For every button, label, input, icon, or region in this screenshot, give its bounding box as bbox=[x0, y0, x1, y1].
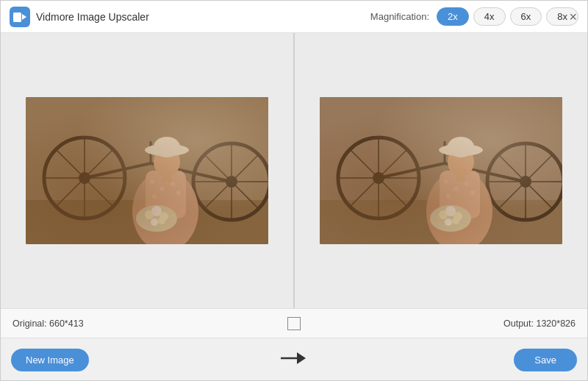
svg-rect-3 bbox=[26, 97, 268, 244]
svg-point-28 bbox=[154, 137, 180, 157]
svg-rect-35 bbox=[26, 97, 268, 244]
svg-point-57 bbox=[470, 190, 475, 195]
svg-point-22 bbox=[152, 194, 157, 199]
svg-line-50 bbox=[498, 154, 553, 209]
svg-point-30 bbox=[145, 210, 154, 219]
svg-point-20 bbox=[150, 179, 154, 184]
new-image-button[interactable]: New Image bbox=[11, 349, 89, 371]
original-image-panel bbox=[1, 33, 293, 308]
svg-line-44 bbox=[350, 149, 407, 207]
svg-rect-4 bbox=[26, 97, 268, 244]
main-content bbox=[1, 33, 587, 308]
svg-point-54 bbox=[453, 187, 458, 191]
svg-point-65 bbox=[453, 212, 462, 221]
svg-point-46 bbox=[520, 176, 531, 188]
svg-point-40 bbox=[373, 172, 384, 184]
output-image bbox=[320, 97, 562, 244]
svg-point-23 bbox=[171, 182, 175, 186]
svg-point-60 bbox=[439, 144, 483, 156]
svg-line-11 bbox=[56, 149, 113, 207]
svg-point-39 bbox=[338, 138, 419, 218]
svg-point-34 bbox=[158, 217, 165, 224]
svg-point-25 bbox=[154, 147, 180, 177]
svg-point-62 bbox=[430, 205, 471, 232]
svg-point-7 bbox=[79, 172, 90, 184]
svg-point-27 bbox=[145, 144, 189, 156]
magnification-label: Magnification: bbox=[370, 11, 429, 22]
svg-rect-1 bbox=[13, 13, 21, 22]
svg-rect-59 bbox=[456, 171, 465, 182]
app-title: Vidmore Image Upscaler bbox=[36, 11, 149, 23]
app-logo-icon bbox=[10, 7, 30, 27]
magnification-options: 2x 4x 6x 8x bbox=[437, 7, 578, 26]
svg-point-53 bbox=[444, 179, 448, 184]
svg-point-66 bbox=[445, 218, 452, 226]
output-info-text: Output: 1320*826 bbox=[503, 318, 576, 329]
bottom-bar: New Image Save bbox=[1, 338, 587, 381]
original-photo-display bbox=[26, 97, 268, 244]
mag-6x-button[interactable]: 6x bbox=[510, 7, 542, 26]
svg-point-63 bbox=[439, 210, 448, 219]
svg-line-43 bbox=[350, 149, 407, 207]
svg-line-16 bbox=[204, 154, 259, 209]
svg-rect-19 bbox=[146, 171, 186, 218]
svg-point-67 bbox=[452, 217, 459, 224]
original-image bbox=[26, 97, 268, 244]
original-photo-svg bbox=[26, 97, 268, 244]
original-info-text: Original: 660*413 bbox=[12, 318, 84, 329]
svg-point-45 bbox=[487, 143, 562, 220]
svg-point-13 bbox=[226, 176, 237, 188]
mag-2x-button[interactable]: 2x bbox=[437, 7, 469, 26]
mag-4x-button[interactable]: 4x bbox=[473, 7, 506, 26]
svg-point-21 bbox=[159, 187, 164, 191]
svg-point-64 bbox=[445, 206, 456, 216]
svg-point-12 bbox=[193, 143, 268, 220]
svg-line-49 bbox=[498, 154, 553, 209]
svg-rect-68 bbox=[320, 97, 562, 244]
svg-point-58 bbox=[448, 147, 474, 177]
svg-rect-37 bbox=[320, 97, 562, 244]
svg-point-61 bbox=[448, 137, 474, 157]
svg-rect-26 bbox=[162, 171, 171, 182]
svg-point-31 bbox=[151, 206, 162, 216]
title-bar: Vidmore Image Upscaler Magnification: 2x… bbox=[1, 1, 587, 33]
svg-marker-70 bbox=[297, 352, 306, 364]
svg-point-55 bbox=[446, 194, 451, 199]
svg-point-29 bbox=[136, 205, 177, 232]
svg-line-17 bbox=[204, 154, 259, 209]
arrow-right-icon bbox=[281, 349, 307, 371]
svg-point-32 bbox=[159, 212, 168, 221]
svg-rect-52 bbox=[440, 171, 480, 218]
svg-rect-5 bbox=[26, 200, 268, 244]
save-button[interactable]: Save bbox=[514, 349, 577, 371]
svg-point-6 bbox=[44, 138, 125, 218]
svg-point-24 bbox=[176, 190, 181, 195]
close-button[interactable]: × bbox=[569, 10, 577, 24]
center-square-icon bbox=[287, 317, 301, 330]
status-bar: Original: 660*413 Output: 1320*826 bbox=[1, 308, 587, 338]
output-image-panel bbox=[295, 33, 587, 308]
output-photo-svg bbox=[320, 97, 562, 244]
svg-point-51 bbox=[426, 171, 492, 244]
svg-line-10 bbox=[56, 149, 113, 207]
svg-point-56 bbox=[465, 182, 469, 186]
svg-point-18 bbox=[132, 171, 198, 244]
svg-rect-38 bbox=[320, 200, 562, 244]
svg-point-33 bbox=[151, 218, 158, 226]
output-photo-display bbox=[320, 97, 562, 244]
